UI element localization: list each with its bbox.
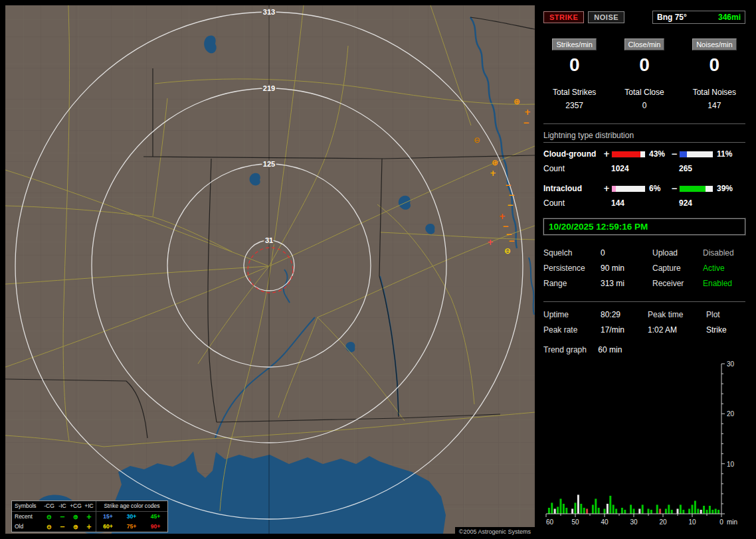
pos-ic-recent-symbol: + (82, 512, 96, 522)
svg-text:−: − (505, 181, 512, 190)
cloud-ground-count-row: Count 1024 265 (543, 164, 745, 173)
strike-toggle-button[interactable]: STRIKE (543, 11, 584, 23)
neg-cg-old-symbol: ⊖ (43, 522, 56, 532)
trend-graph-header: Trend graph 60 min (543, 345, 745, 354)
svg-text:⊖: ⊖ (474, 135, 480, 145)
legend-age-header: Strike age color codes (96, 501, 167, 512)
svg-text:50: 50 (571, 518, 579, 526)
intracloud-label: Intracloud (543, 184, 602, 193)
ring-label-219: 219 (263, 84, 275, 92)
minus-sign: − (670, 184, 679, 193)
squelch-label: Squelch (543, 248, 601, 258)
ring-label-313: 313 (263, 8, 275, 16)
nexstorm-window: 313 219 125 31 ⊕+−⊖⊕+−−−+−−+−⊖ Symbols -… (0, 0, 756, 539)
legend-col-neg-cg: -CG (43, 501, 56, 512)
svg-text:⊕: ⊕ (492, 158, 498, 167)
legend-row-recent-label: Recent (12, 512, 43, 522)
svg-text:−: − (507, 200, 514, 210)
svg-text:60: 60 (546, 518, 554, 526)
panel-header: STRIKE NOISE Bng 75° 346mi (543, 11, 745, 24)
ring-label-31: 31 (265, 236, 273, 244)
minus-sign: − (670, 149, 679, 159)
svg-text:+: + (487, 238, 494, 247)
cloud-ground-positive-count: 1024 (611, 164, 679, 173)
ring-label-125: 125 (263, 160, 275, 168)
uptime-value: 80:29 (601, 310, 648, 319)
peak-time-label: Peak time (648, 310, 706, 319)
uptime-label: Uptime (543, 310, 601, 319)
noise-toggle-button[interactable]: NOISE (588, 11, 624, 23)
copyright-notice: ©2005 Astrogenic Systems (455, 527, 535, 536)
neg-cg-recent-symbol: ⊖ (43, 512, 56, 522)
datetime-display: 10/20/2025 12:59:16 PM (543, 218, 745, 235)
svg-text:+: + (499, 212, 506, 221)
plot-mode-value: Strike (706, 325, 745, 335)
upload-status: Disabled (703, 248, 745, 258)
svg-text:10: 10 (688, 518, 696, 526)
intracloud-positive-count: 144 (611, 198, 679, 208)
cloud-ground-negative-bar (679, 151, 713, 158)
legend-row-old-label: Old (12, 522, 43, 532)
intracloud-positive-pct: 6% (646, 184, 670, 193)
bearing-label: Bng 75° (657, 13, 687, 22)
intracloud-negative-bar (679, 185, 713, 193)
close-per-min-block: Close/min 0 (613, 38, 675, 76)
noises-per-min-label: Noises/min (692, 38, 736, 50)
total-counters: Total Strikes 2357 Total Close 0 Total N… (543, 88, 745, 110)
cloud-ground-positive-bar (611, 151, 646, 158)
pos-cg-recent-symbol: ⊕ (69, 512, 82, 522)
distribution-title: Lightning type distribution (543, 131, 745, 140)
intracloud-negative-count: 924 (679, 198, 692, 208)
cloud-ground-negative-count: 265 (679, 164, 692, 173)
neg-ic-recent-symbol: − (56, 512, 69, 522)
lightning-map[interactable]: 313 219 125 31 ⊕+−⊖⊕+−−−+−−+−⊖ (5, 5, 535, 534)
intracloud-row: Intracloud + 6% − 39% (543, 184, 745, 193)
age-code-45: 45+ (143, 512, 167, 522)
intracloud-positive-bar (611, 185, 646, 193)
pos-cg-old-symbol: ⊕ (69, 522, 82, 532)
close-per-min-label: Close/min (624, 38, 665, 50)
receiver-label: Receiver (652, 279, 703, 288)
cloud-ground-row: Cloud-ground + 43% − 11% (543, 149, 745, 159)
svg-text:min: min (727, 518, 737, 526)
map-legend: Symbols -CG -IC +CG +IC Strike age color… (11, 501, 168, 532)
svg-text:20: 20 (727, 410, 735, 418)
persistence-value: 90 min (601, 264, 652, 273)
map-view[interactable]: 313 219 125 31 ⊕+−⊖⊕+−−−+−−+−⊖ Symbols -… (5, 5, 535, 534)
total-close-block: Total Close 0 (613, 88, 675, 110)
total-strikes-block: Total Strikes 2357 (543, 88, 605, 110)
svg-text:+: + (524, 108, 531, 117)
peak-rate-label: Peak rate (543, 325, 601, 335)
upload-label: Upload (652, 248, 703, 258)
intracloud-count-row: Count 144 924 (543, 198, 745, 208)
count-label: Count (543, 198, 611, 208)
age-code-90: 90+ (143, 522, 167, 532)
range-value: 313 mi (601, 279, 652, 288)
trend-graph: 3020106050403020100min (543, 360, 743, 527)
svg-text:−: − (508, 191, 515, 200)
legend-col-pos-ic: +IC (82, 501, 96, 512)
rate-counters: Strikes/min 0 Close/min 0 Noises/min 0 (543, 38, 745, 76)
bearing-range-value: 346mi (718, 13, 741, 22)
settings-grid: Squelch 0 Upload Disabled Persistence 90… (543, 248, 745, 288)
svg-text:+: + (490, 169, 496, 178)
divider (543, 142, 745, 143)
svg-text:⊖: ⊖ (504, 246, 511, 256)
pos-ic-old-symbol: + (82, 522, 96, 532)
squelch-value: 0 (601, 248, 652, 258)
total-noises-block: Total Noises 147 (684, 88, 745, 110)
capture-status: Active (703, 264, 745, 273)
age-code-30: 30+ (120, 512, 143, 522)
age-code-15: 15+ (96, 512, 120, 522)
total-strikes-value: 2357 (543, 101, 605, 110)
bearing-readout: Bng 75° 346mi (652, 11, 745, 24)
plus-sign: + (602, 184, 611, 193)
svg-text:30: 30 (630, 518, 638, 526)
peak-time-value: 1:02 AM (648, 325, 706, 335)
svg-text:40: 40 (601, 518, 609, 526)
total-noises-label: Total Noises (684, 88, 745, 97)
persistence-label: Persistence (543, 264, 601, 273)
cloud-ground-label: Cloud-ground (543, 149, 602, 159)
total-noises-value: 147 (684, 101, 745, 110)
status-panel: STRIKE NOISE Bng 75° 346mi Strikes/min 0… (540, 5, 751, 534)
